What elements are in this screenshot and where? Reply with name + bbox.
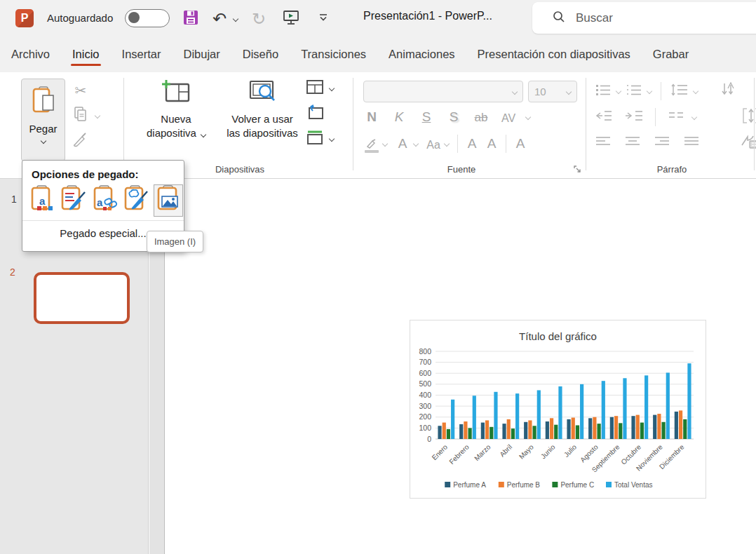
cut-button[interactable]: ✂ bbox=[70, 81, 91, 100]
start-slideshow-button[interactable] bbox=[279, 7, 303, 31]
reset-slide-button[interactable] bbox=[306, 104, 324, 123]
highlight-color-button[interactable] bbox=[362, 134, 382, 154]
strikethrough-button[interactable]: ab bbox=[471, 107, 491, 127]
align-center-button[interactable] bbox=[624, 135, 641, 151]
chevron-down-icon bbox=[413, 141, 419, 147]
tab-animaciones[interactable]: Animaciones bbox=[387, 41, 456, 68]
format-painter-button[interactable] bbox=[70, 131, 91, 151]
svg-text:a: a bbox=[39, 195, 46, 207]
svg-text:300: 300 bbox=[419, 402, 431, 410]
divider bbox=[655, 108, 656, 126]
tab-grabar[interactable]: Grabar bbox=[652, 41, 690, 68]
svg-text:Agosto: Agosto bbox=[579, 442, 600, 464]
font-color-button[interactable]: A bbox=[393, 134, 412, 154]
tab-diseno[interactable]: Diseño bbox=[241, 41, 280, 68]
align-right-button[interactable] bbox=[654, 135, 670, 151]
chevron-down-icon bbox=[201, 132, 206, 137]
bullets-button[interactable] bbox=[595, 83, 612, 100]
underline-button[interactable]: S bbox=[417, 107, 436, 127]
numbering-button[interactable] bbox=[626, 83, 642, 100]
font-name-combo[interactable] bbox=[363, 81, 523, 102]
increase-font-size-button[interactable]: A bbox=[462, 134, 482, 154]
chevron-down-icon bbox=[566, 88, 572, 94]
decrease-indent-button[interactable] bbox=[595, 109, 613, 126]
tab-transiciones[interactable]: Transiciones bbox=[299, 41, 367, 68]
redo-icon: ↻ bbox=[252, 11, 266, 27]
svg-text:0: 0 bbox=[427, 435, 431, 443]
increase-indent-button[interactable] bbox=[626, 109, 644, 126]
group-divider bbox=[586, 78, 586, 170]
tab-insertar[interactable]: Insertar bbox=[121, 41, 163, 68]
paste-keep-source-formatting-button[interactable] bbox=[59, 184, 88, 217]
decrease-font-size-button[interactable]: A bbox=[482, 134, 501, 154]
chevron-down-icon bbox=[525, 114, 531, 120]
paste-merge-formatting-button[interactable] bbox=[122, 184, 151, 217]
clear-formatting-button[interactable]: A bbox=[511, 134, 530, 154]
bold-button[interactable]: N bbox=[362, 107, 382, 127]
columns-button[interactable] bbox=[667, 109, 685, 125]
paste-as-image-button[interactable] bbox=[154, 184, 183, 217]
copy-icon bbox=[73, 106, 88, 126]
section-button[interactable] bbox=[306, 130, 324, 148]
slide-2-thumbnail[interactable] bbox=[34, 272, 130, 324]
align-left-button[interactable] bbox=[595, 135, 612, 151]
paragraph-row-1 bbox=[595, 82, 738, 100]
save-button[interactable] bbox=[179, 7, 203, 31]
paste-clipboard-icon bbox=[31, 86, 56, 117]
tab-inicio[interactable]: Inicio bbox=[71, 41, 101, 68]
text-shadow-button[interactable]: S bbox=[444, 107, 464, 127]
slide-layout-button[interactable] bbox=[306, 79, 324, 97]
search-box[interactable] bbox=[532, 2, 756, 34]
powerpoint-window: P Autoguardado ↶ ↻ bbox=[0, 0, 756, 554]
chevron-down-icon bbox=[95, 113, 100, 119]
italic-button[interactable]: K bbox=[389, 107, 409, 127]
paste-button[interactable]: Pegar bbox=[21, 79, 65, 161]
tab-dibujar[interactable]: Dibujar bbox=[182, 41, 222, 68]
reuse-slides-label-line1: Volver a usar bbox=[231, 113, 293, 125]
divider bbox=[661, 82, 661, 100]
tab-presentacion-con-diapositivas[interactable]: Presentación con diapositivas bbox=[476, 41, 632, 68]
paste-use-destination-theme-button[interactable]: a bbox=[27, 184, 57, 217]
font-size-combo[interactable]: 10 bbox=[528, 81, 577, 102]
chevron-down-icon bbox=[329, 86, 335, 91]
svg-text:Enero: Enero bbox=[431, 442, 450, 461]
tab-archivo[interactable]: Archivo bbox=[10, 41, 51, 68]
reuse-slides-button[interactable]: Volver a usar las diapositivas bbox=[223, 79, 302, 163]
justify-button[interactable] bbox=[683, 135, 700, 151]
undo-button[interactable]: ↶ bbox=[208, 7, 231, 31]
customize-quick-access-button[interactable] bbox=[311, 7, 335, 31]
slide-2-number: 2 bbox=[10, 266, 15, 278]
svg-text:700: 700 bbox=[419, 358, 431, 366]
group-divider bbox=[754, 78, 755, 170]
keep-source-formatting-icon bbox=[60, 185, 87, 216]
chart-object[interactable]: Título del gráfico0100200300400500600700… bbox=[410, 320, 706, 499]
paste-image-icon bbox=[155, 185, 182, 216]
document-title: Presentación1 - PowerP... bbox=[337, 10, 519, 22]
group-label-font: Fuente bbox=[421, 164, 502, 175]
chevron-down-icon bbox=[693, 88, 698, 94]
font-dialog-launcher[interactable] bbox=[573, 164, 582, 177]
redo-button[interactable]: ↻ bbox=[247, 7, 271, 31]
autosave-toggle[interactable] bbox=[125, 9, 170, 27]
color-bar bbox=[365, 150, 379, 153]
undo-icon: ↶ bbox=[212, 11, 227, 27]
change-case-button[interactable]: Aa bbox=[424, 134, 443, 154]
character-spacing-button[interactable]: AV bbox=[499, 107, 518, 127]
merge-formatting-brush-icon bbox=[123, 185, 150, 216]
paste-embed-button[interactable]: a bbox=[90, 184, 120, 217]
new-slide-button[interactable]: Nueva diapositiva bbox=[137, 79, 215, 163]
divider bbox=[506, 135, 506, 153]
chevron-down-icon bbox=[691, 114, 697, 120]
svg-text:400: 400 bbox=[419, 391, 431, 399]
undo-dropdown[interactable] bbox=[230, 7, 241, 31]
svg-text:Julio: Julio bbox=[562, 442, 579, 459]
copy-button[interactable] bbox=[70, 106, 91, 126]
slide-editing-area[interactable]: Título del gráfico0100200300400500600700… bbox=[166, 179, 756, 554]
group-divider bbox=[353, 78, 353, 170]
powerpoint-app-icon[interactable]: P bbox=[15, 9, 34, 27]
svg-text:Perfume C: Perfume C bbox=[560, 481, 594, 489]
search-input[interactable] bbox=[576, 11, 730, 25]
line-spacing-button[interactable] bbox=[670, 83, 689, 100]
text-direction-button[interactable] bbox=[720, 82, 738, 100]
divider bbox=[457, 135, 458, 153]
